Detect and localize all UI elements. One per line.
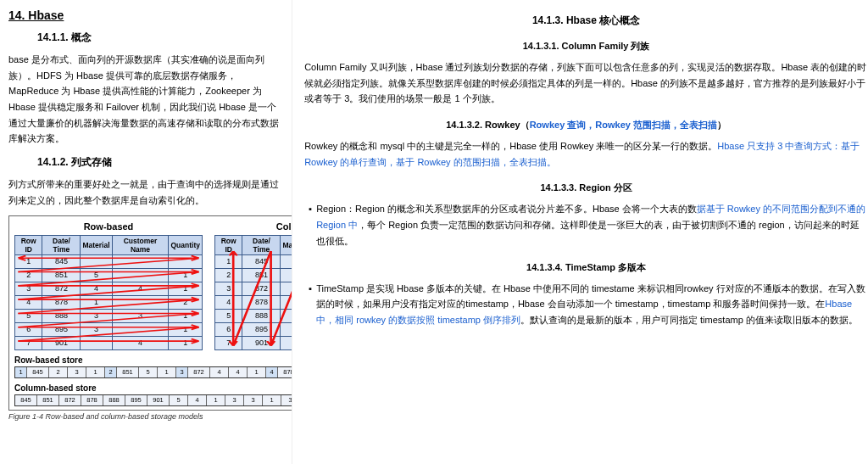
page-right: 14.1.3. Hbase 核心概念 14.1.3.1. Column Fami… <box>292 0 868 464</box>
document-spread: 14. Hbase 14.1.1. 概念 base 是分布式、面向列的开源数据库… <box>0 0 868 464</box>
fig-row-based-label: Row-based <box>14 221 203 232</box>
heading-14: 14. Hbase <box>8 8 283 22</box>
para-concept: base 是分布式、面向列的开源数据库（其实准确的说是面向列族）。HDFS 为 … <box>8 52 283 147</box>
fig-column-based-label: Column-based <box>214 221 292 232</box>
para-rowkey: Rowkey 的概念和 mysql 中的主键是完全一样的，Hbase 使用 Ro… <box>304 138 868 170</box>
heading-14-1-3-3: 14.1.3.3. Region 分区 <box>304 182 868 194</box>
figure-caption: Figure 1-4 Row-based and column-based st… <box>8 412 283 421</box>
para-column-family: Column Family 又叫列族，Hbase 通过列族划分数据的存储，列族下… <box>304 59 868 107</box>
col-store-label: Column-based store <box>14 383 292 393</box>
row-store-label: Row-based store <box>14 355 292 365</box>
row-store-tape: 18452312851513872441487812... <box>14 366 292 378</box>
heading-14-1-3-4: 14.1.3.4. TimeStamp 多版本 <box>304 261 868 274</box>
para-column-store: 列方式所带来的重要好处之一就是，由于查询中的选择规则是通过列来定义的，因此整个数… <box>8 176 283 208</box>
table-row-based: Row IDDate/ TimeMaterialCustomer NameQua… <box>14 235 203 350</box>
heading-14-1-3: 14.1.3. Hbase 核心概念 <box>304 14 868 28</box>
heading-14-1-3-1: 14.1.3.1. Column Family 列族 <box>304 40 868 53</box>
heading-14-1-3-2: 14.1.3.2. Rowkey（Rowkey 查询，Rowkey 范围扫描，全… <box>304 119 868 131</box>
bullet-timestamp: ▪ TimeStamp 是实现 Hbase 多版本的关键。在 Hbase 中使用… <box>304 281 868 328</box>
figure-storage-models: Row-based Row IDDate/ TimeMaterialCustom… <box>8 215 283 421</box>
heading-14-1-1: 14.1.1. 概念 <box>37 31 283 45</box>
table-column-based: Row IDDate/ TimeMaterialCustomer NameQua… <box>214 235 292 350</box>
col-store-tape: 8458518728788888959015413313441112... <box>14 394 292 406</box>
heading-14-1-2: 14.1.2. 列式存储 <box>37 155 283 170</box>
bullet-region: ▪ Region：Region 的概念和关系型数据库的分区或者说分片差不多。Hb… <box>304 201 868 249</box>
page-left: 14. Hbase 14.1.1. 概念 base 是分布式、面向列的开源数据库… <box>0 0 292 464</box>
